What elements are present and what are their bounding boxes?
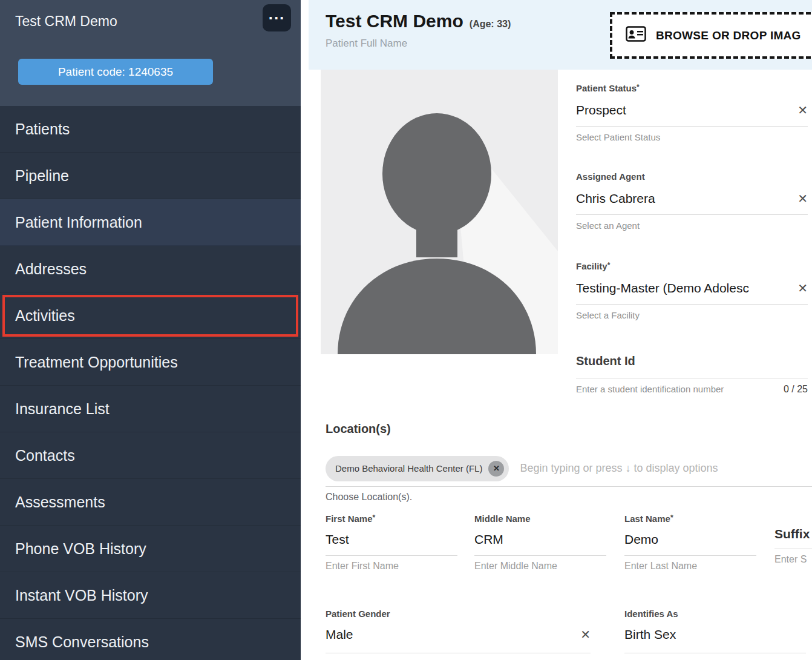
middle-name-label: Middle Name — [474, 513, 606, 524]
middle-name-field: Middle Name CRM Enter Middle Name — [474, 513, 606, 572]
sidebar-item-contacts[interactable]: Contacts — [0, 432, 301, 479]
close-icon: ✕ — [493, 464, 500, 473]
first-name-helper: Enter First Name — [326, 561, 457, 572]
clear-icon[interactable]: ✕ — [797, 191, 808, 206]
clear-icon[interactable]: ✕ — [797, 103, 808, 117]
patient-gender-field: Patient Gender Male ✕ — [326, 609, 591, 653]
gender-fields-row: Patient Gender Male ✕ Identifies As Birt… — [301, 609, 812, 660]
name-fields-row: First Name* Test Enter First Name Middle… — [301, 513, 812, 580]
sidebar: Test CRM Demo ... Patient code: 1240635 … — [0, 0, 301, 660]
patient-gender-value: Male — [326, 627, 575, 642]
assigned-agent-helper: Select an Agent — [576, 220, 808, 231]
sidebar-item-activities[interactable]: Activities — [0, 292, 301, 339]
sidebar-item-pipeline[interactable]: Pipeline — [0, 153, 301, 199]
required-asterisk: * — [637, 83, 640, 91]
patient-status-select[interactable]: Prospect ✕ — [576, 103, 808, 127]
patient-age: (Age: 33) — [470, 19, 511, 30]
patient-status-label: Patient Status — [576, 83, 637, 93]
location-chip: Demo Behavioral Health Center (FL) ✕ — [326, 456, 509, 481]
suffix-helper: Enter S — [774, 554, 812, 565]
assigned-agent-label: Assigned Agent — [576, 171, 808, 182]
sidebar-item-instant-vob-history[interactable]: Instant VOB History — [0, 572, 301, 619]
student-id-input[interactable] — [576, 378, 808, 378]
middle-name-helper: Enter Middle Name — [474, 561, 606, 572]
app-title: Test CRM Demo — [15, 13, 117, 30]
patient-code-badge: Patient code: 1240635 — [18, 59, 213, 85]
sidebar-item-treatment-opportunities[interactable]: Treatment Opportunities — [0, 339, 301, 386]
person-silhouette-icon — [321, 70, 558, 354]
middle-name-input[interactable]: CRM — [474, 532, 606, 556]
sidebar-item-addresses[interactable]: Addresses — [0, 246, 301, 292]
ellipsis-icon: ... — [269, 5, 286, 24]
required-asterisk: * — [670, 513, 673, 522]
identifies-as-value: Birth Sex — [624, 627, 806, 642]
sidebar-header: Test CRM Demo ... Patient code: 1240635 — [0, 0, 301, 106]
assigned-agent-value: Chris Cabrera — [576, 191, 793, 206]
main-content: Test CRM Demo (Age: 33) Patient Full Nam… — [301, 0, 812, 660]
required-asterisk: * — [373, 513, 376, 522]
last-name-field: Last Name* Demo Enter Last Name — [624, 513, 756, 572]
chip-remove-button[interactable]: ✕ — [488, 461, 504, 477]
identifies-as-field: Identifies As Birth Sex — [624, 609, 806, 653]
patient-gender-label: Patient Gender — [326, 609, 591, 619]
sidebar-item-patients[interactable]: Patients — [0, 106, 301, 153]
sidebar-item-assessments[interactable]: Assessments — [0, 479, 301, 526]
browse-or-drop-image-button[interactable]: BROWSE OR DROP IMAG — [610, 12, 812, 59]
locations-heading: Location(s) — [326, 422, 391, 436]
avatar-placeholder — [321, 70, 558, 354]
identifies-as-select[interactable]: Birth Sex — [624, 627, 806, 653]
last-name-input[interactable]: Demo — [624, 532, 756, 556]
patient-status-field: Patient Status* Prospect ✕ Select Patien… — [576, 83, 808, 142]
facility-label: Facility — [576, 261, 607, 271]
last-name-helper: Enter Last Name — [624, 561, 756, 572]
clear-icon[interactable]: ✕ — [797, 281, 808, 295]
facility-select[interactable]: Testing-Master (Demo Adolesc ✕ — [576, 281, 808, 305]
student-id-label: Student Id — [576, 354, 808, 368]
required-asterisk: * — [607, 261, 611, 269]
assigned-agent-select[interactable]: Chris Cabrera ✕ — [576, 191, 808, 215]
suffix-field: Suffix Enter S — [774, 513, 812, 565]
student-id-field: Student Id Enter a student identificatio… — [576, 354, 808, 395]
student-id-char-counter: 0 / 25 — [784, 384, 808, 395]
sidebar-item-sms-conversations[interactable]: SMS Conversations — [0, 619, 301, 660]
locations-input-row: Demo Behavioral Health Center (FL) ✕ Beg… — [326, 450, 812, 487]
facility-helper: Select a Facility — [576, 310, 808, 320]
sidebar-menu: Patients Pipeline Patient Information Ad… — [0, 106, 301, 660]
patient-status-helper: Select Patient Status — [576, 132, 808, 142]
location-chip-label: Demo Behavioral Health Center (FL) — [335, 463, 482, 474]
locations-helper: Choose Location(s). — [326, 492, 412, 503]
sidebar-item-phone-vob-history[interactable]: Phone VOB History — [0, 526, 301, 572]
locations-typeahead-input[interactable]: Begin typing or press ↓ to display optio… — [520, 462, 812, 475]
first-name-field: First Name* Test Enter First Name — [326, 513, 457, 572]
sidebar-item-insurance-list[interactable]: Insurance List — [0, 386, 301, 432]
page-title: Test CRM Demo — [326, 11, 463, 31]
clear-icon[interactable]: ✕ — [580, 627, 591, 642]
identifies-as-label: Identifies As — [624, 609, 806, 619]
last-name-label: Last Name — [624, 513, 670, 524]
first-name-input[interactable]: Test — [326, 532, 457, 556]
patient-status-value: Prospect — [576, 103, 793, 117]
suffix-input[interactable]: Suffix — [774, 527, 812, 549]
sidebar-menu-button[interactable]: ... — [263, 4, 291, 31]
student-id-helper: Enter a student identification number — [576, 384, 724, 395]
facility-field: Facility* Testing-Master (Demo Adolesc ✕… — [576, 261, 808, 320]
first-name-label: First Name — [326, 513, 373, 524]
browse-button-label: BROWSE OR DROP IMAG — [656, 29, 801, 42]
patient-gender-select[interactable]: Male ✕ — [326, 627, 591, 653]
image-card-icon — [626, 26, 646, 45]
sidebar-item-patient-information[interactable]: Patient Information — [0, 199, 301, 246]
facility-value: Testing-Master (Demo Adolesc — [576, 281, 793, 295]
assigned-agent-field: Assigned Agent Chris Cabrera ✕ Select an… — [576, 171, 808, 231]
